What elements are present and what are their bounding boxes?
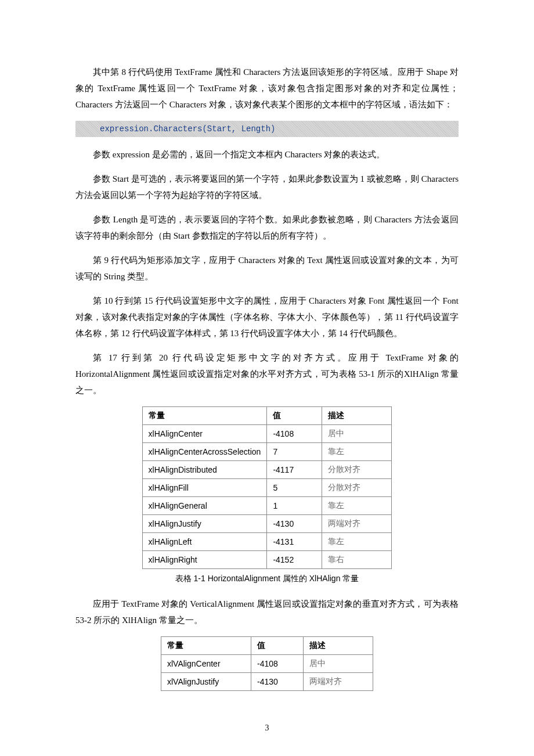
paragraph: 参数 Start 是可选的，表示将要返回的第一个字符，如果此参数设置为 1 或被… bbox=[75, 171, 459, 203]
value-cell: -4117 bbox=[267, 461, 322, 479]
table-header-row: 常量 值 描述 bbox=[161, 637, 373, 655]
paragraph: 第 10 行到第 15 行代码设置矩形中文字的属性，应用于 Characters… bbox=[75, 293, 459, 341]
table-header: 常量 bbox=[142, 407, 267, 425]
table-row: xlHAlignCenterAcrossSelection 7 靠左 bbox=[142, 443, 392, 461]
const-cell: xlHAlignGeneral bbox=[142, 497, 267, 515]
table-row: xlHAlignDistributed -4117 分散对齐 bbox=[142, 461, 392, 479]
const-cell: xlHAlignDistributed bbox=[142, 461, 267, 479]
value-cell: -4130 bbox=[251, 673, 304, 691]
paragraph: 其中第 8 行代码使用 TextFrame 属性和 Characters 方法返… bbox=[75, 64, 459, 113]
desc-cell: 居中 bbox=[304, 655, 373, 673]
desc-cell: 靠右 bbox=[322, 551, 392, 569]
table-row: xlHAlignGeneral 1 靠左 bbox=[142, 497, 392, 515]
paragraph: 第 17 行到第 20 行代码设定矩形中文字的对齐方式。应用于 TextFram… bbox=[75, 350, 459, 398]
const-cell: xlVAlignJustify bbox=[161, 673, 251, 691]
document-page: 其中第 8 行代码使用 TextFrame 属性和 Characters 方法返… bbox=[0, 0, 534, 756]
desc-cell: 靠左 bbox=[322, 443, 392, 461]
paragraph: 参数 expression 是必需的，返回一个指定文本框内 Characters… bbox=[75, 146, 459, 163]
paragraph: 第 9 行代码为矩形添加文字，应用于 Characters 对象的 Text 属… bbox=[75, 252, 459, 285]
table-row: xlVAlignCenter -4108 居中 bbox=[161, 655, 373, 673]
code-block: expression.Characters(Start, Length) bbox=[75, 121, 459, 137]
page-number: 3 bbox=[0, 723, 534, 733]
const-cell: xlHAlignJustify bbox=[142, 515, 267, 533]
desc-cell: 靠左 bbox=[322, 533, 392, 551]
table-row: xlHAlignLeft -4131 靠左 bbox=[142, 533, 392, 551]
desc-cell: 两端对齐 bbox=[322, 515, 392, 533]
table-row: xlHAlignJustify -4130 两端对齐 bbox=[142, 515, 392, 533]
value-cell: 1 bbox=[267, 497, 322, 515]
table-row: xlHAlignRight -4152 靠右 bbox=[142, 551, 392, 569]
value-cell: 5 bbox=[267, 479, 322, 497]
xlhalign-table: 常量 值 描述 xlHAlignCenter -4108 居中 xlHAlign… bbox=[142, 406, 392, 569]
const-cell: xlHAlignRight bbox=[142, 551, 267, 569]
desc-cell: 分散对齐 bbox=[322, 461, 392, 479]
table-header: 描述 bbox=[304, 637, 373, 655]
paragraph: 应用于 TextFrame 对象的 VerticalAlignment 属性返回… bbox=[75, 596, 459, 628]
table-row: xlHAlignFill 5 分散对齐 bbox=[142, 479, 392, 497]
table-header: 描述 bbox=[322, 407, 392, 425]
xlvalign-table: 常量 值 描述 xlVAlignCenter -4108 居中 xlVAlign… bbox=[161, 636, 373, 691]
value-cell: -4108 bbox=[267, 425, 322, 443]
table-row: xlHAlignCenter -4108 居中 bbox=[142, 425, 392, 443]
const-cell: xlHAlignCenter bbox=[142, 425, 267, 443]
table-header: 值 bbox=[251, 637, 304, 655]
value-cell: -4131 bbox=[267, 533, 322, 551]
value-cell: 7 bbox=[267, 443, 322, 461]
table-header: 值 bbox=[267, 407, 322, 425]
const-cell: xlVAlignCenter bbox=[161, 655, 251, 673]
desc-cell: 两端对齐 bbox=[304, 673, 373, 691]
const-cell: xlHAlignCenterAcrossSelection bbox=[142, 443, 267, 461]
desc-cell: 分散对齐 bbox=[322, 479, 392, 497]
table-header: 常量 bbox=[161, 637, 251, 655]
value-cell: -4152 bbox=[267, 551, 322, 569]
value-cell: -4108 bbox=[251, 655, 304, 673]
desc-cell: 靠左 bbox=[322, 497, 392, 515]
table-row: xlVAlignJustify -4130 两端对齐 bbox=[161, 673, 373, 691]
value-cell: -4130 bbox=[267, 515, 322, 533]
const-cell: xlHAlignLeft bbox=[142, 533, 267, 551]
table-header-row: 常量 值 描述 bbox=[142, 407, 392, 425]
paragraph: 参数 Length 是可选的，表示要返回的字符个数。如果此参数被忽略，则 Cha… bbox=[75, 211, 459, 244]
const-cell: xlHAlignFill bbox=[142, 479, 267, 497]
table-caption: 表格 1-1 HorizontalAlignment 属性的 XlHAlign … bbox=[75, 574, 459, 584]
desc-cell: 居中 bbox=[322, 425, 392, 443]
